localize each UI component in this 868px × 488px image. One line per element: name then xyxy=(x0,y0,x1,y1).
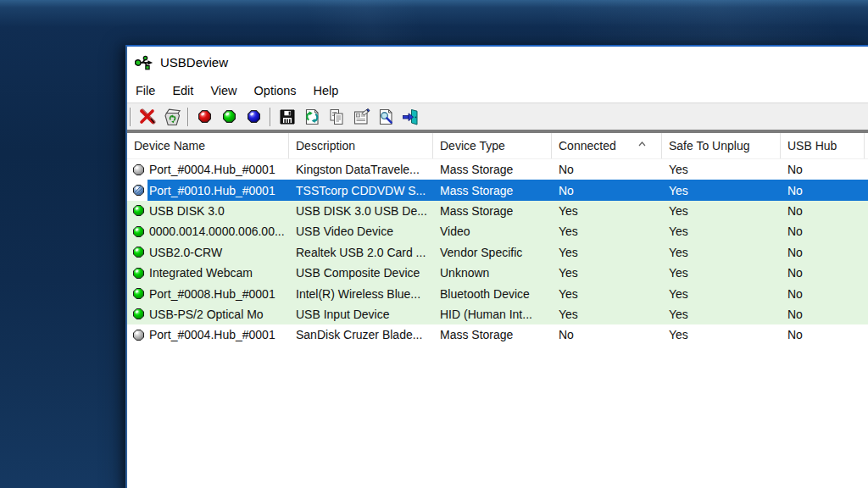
refresh-icon xyxy=(303,108,321,126)
menu-options[interactable]: Options xyxy=(246,80,305,101)
device-row[interactable]: USB DISK 3.0 USB DISK 3.0 USB De... Mass… xyxy=(127,201,868,221)
device-type: HID (Human Int... xyxy=(433,304,552,324)
uninstall-device-button[interactable] xyxy=(135,105,159,129)
device-connected: Yes xyxy=(552,304,662,324)
status-ball-icon xyxy=(133,288,144,299)
menu-file[interactable]: File xyxy=(127,80,164,101)
device-row[interactable]: USB-PS/2 Optical Mo USB Input Device HID… xyxy=(127,304,868,324)
menu-help[interactable]: Help xyxy=(305,80,348,101)
device-usb-hub: No xyxy=(781,242,865,263)
device-row[interactable]: Port_#0008.Hub_#0001 Intel(R) Wireless B… xyxy=(127,283,868,303)
device-description: USB Composite Device xyxy=(289,263,433,283)
status-ball-icon xyxy=(133,226,144,237)
green-ball-icon xyxy=(223,110,236,123)
device-description: USB Video Device xyxy=(289,221,433,241)
properties-icon xyxy=(352,108,370,126)
device-connected: Yes xyxy=(552,201,662,221)
column-header-usb-hub[interactable]: USB Hub xyxy=(781,133,865,158)
device-description: Realtek USB 2.0 Card ... xyxy=(289,242,433,263)
device-type: Mass Storage xyxy=(433,201,552,221)
device-connected: Yes xyxy=(552,283,662,303)
status-ball-icon xyxy=(133,268,144,279)
device-safe-to-unplug: Yes xyxy=(662,159,781,180)
status-ball-icon xyxy=(133,247,144,258)
status-ball-icon xyxy=(133,330,144,341)
column-header-safe-to-unplug[interactable]: Safe To Unplug xyxy=(662,133,781,158)
device-safe-to-unplug: Yes xyxy=(662,201,781,221)
save-icon xyxy=(278,108,297,126)
device-type: Mass Storage xyxy=(433,180,552,200)
device-safe-to-unplug: Yes xyxy=(662,263,781,283)
device-name: 0000.0014.0000.006.00... xyxy=(149,225,285,238)
list-header: Device Name Description Device Type Conn… xyxy=(127,133,868,159)
device-safe-to-unplug: Yes xyxy=(662,324,781,345)
device-type: Unknown xyxy=(433,263,552,283)
device-usb-hub: No xyxy=(781,324,865,345)
device-row[interactable]: Port_#0004.Hub_#0001 SanDisk Cruzer Blad… xyxy=(127,324,868,345)
device-row-selected[interactable]: Port_#0010.Hub_#0001 TSSTcorp CDDVDW S..… xyxy=(127,180,868,200)
device-name: USB-PS/2 Optical Mo xyxy=(149,308,264,321)
status-ball-icon xyxy=(133,205,144,216)
save-button[interactable] xyxy=(275,105,299,129)
recycle-bin-button[interactable] xyxy=(159,105,184,129)
device-row[interactable]: Integrated Webcam USB Composite Device U… xyxy=(127,263,868,283)
list-body: Port_#0004.Hub_#0001 Kingston DataTravel… xyxy=(127,159,868,346)
sort-ascending-icon xyxy=(638,141,646,147)
device-type: Bluetooth Device xyxy=(433,283,552,303)
device-name: Port_#0008.Hub_#0001 xyxy=(149,287,275,301)
device-type: Vendor Specific xyxy=(433,242,552,263)
device-row[interactable]: 0000.0014.0000.006.00... USB Video Devic… xyxy=(127,221,868,241)
usb-trident-icon xyxy=(135,53,153,72)
device-safe-to-unplug: Yes xyxy=(662,304,781,324)
menu-bar: File Edit View Options Help xyxy=(127,78,868,103)
device-description: SanDisk Cruzer Blade... xyxy=(289,324,433,345)
device-row[interactable]: USB2.0-CRW Realtek USB 2.0 Card ... Vend… xyxy=(127,242,868,263)
device-safe-to-unplug: Yes xyxy=(662,283,781,303)
device-usb-hub: No xyxy=(781,283,865,303)
find-button[interactable] xyxy=(373,105,398,129)
menu-edit[interactable]: Edit xyxy=(164,80,202,101)
device-name: USB2.0-CRW xyxy=(149,246,222,259)
device-connected: Yes xyxy=(552,221,662,241)
device-type: Mass Storage xyxy=(433,324,552,345)
device-description: TSSTcorp CDDVDW S... xyxy=(289,180,433,200)
exit-icon xyxy=(401,108,420,126)
copy-button[interactable] xyxy=(324,105,348,129)
red-ball-button[interactable] xyxy=(192,105,217,129)
column-header-description[interactable]: Description xyxy=(289,133,433,158)
toolbar-separator xyxy=(130,108,131,126)
device-description: USB DISK 3.0 USB De... xyxy=(289,201,433,221)
device-name: Integrated Webcam xyxy=(149,266,253,280)
device-usb-hub: No xyxy=(781,159,865,180)
blue-ball-button[interactable] xyxy=(242,105,266,129)
device-safe-to-unplug: Yes xyxy=(662,242,781,263)
window-title: USBDeview xyxy=(160,55,228,69)
device-connected: No xyxy=(552,159,662,180)
menu-view[interactable]: View xyxy=(202,80,245,101)
device-description: Intel(R) Wireless Blue... xyxy=(289,283,433,303)
refresh-button[interactable] xyxy=(299,105,324,129)
device-safe-to-unplug: Yes xyxy=(662,221,781,241)
uninstall-device-icon xyxy=(138,108,157,126)
device-name: USB DISK 3.0 xyxy=(149,204,225,218)
device-name: Port_#0010.Hub_#0001 xyxy=(149,184,275,197)
properties-button[interactable] xyxy=(348,105,373,129)
column-header-device-type[interactable]: Device Type xyxy=(433,133,552,158)
column-header-device-name[interactable]: Device Name xyxy=(127,133,289,158)
device-connected: Yes xyxy=(552,242,662,263)
green-ball-button[interactable] xyxy=(217,105,242,129)
device-row[interactable]: Port_#0004.Hub_#0001 Kingston DataTravel… xyxy=(127,159,868,180)
copy-icon xyxy=(327,108,346,126)
device-connected: No xyxy=(552,180,662,200)
status-ball-icon xyxy=(133,308,144,319)
title-bar[interactable]: USBDeview xyxy=(127,47,868,78)
device-description: Kingston DataTravele... xyxy=(289,159,433,180)
find-icon xyxy=(376,108,395,126)
device-name: Port_#0004.Hub_#0001 xyxy=(149,163,275,176)
column-header-connected[interactable]: Connected xyxy=(552,133,662,158)
device-type: Mass Storage xyxy=(433,159,552,180)
blue-ball-icon xyxy=(248,110,260,123)
desktop: USBDeview File Edit View Options Help xyxy=(0,0,868,488)
exit-button[interactable] xyxy=(398,105,422,129)
device-usb-hub: No xyxy=(781,263,865,283)
